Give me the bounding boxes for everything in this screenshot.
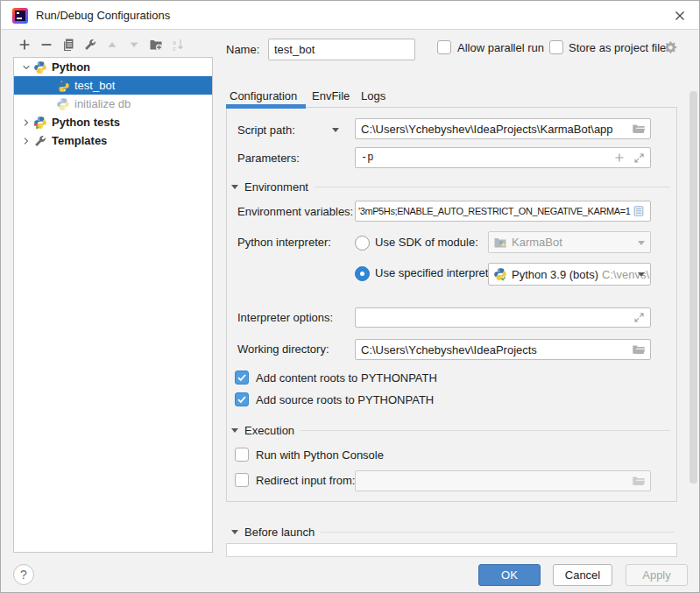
folder-browse-icon[interactable] xyxy=(632,122,646,136)
collapse-caret-icon xyxy=(231,185,238,189)
name-label: Name: xyxy=(226,39,259,60)
configurations-toolbar: a z xyxy=(13,35,188,54)
combo-caret-icon xyxy=(638,272,645,277)
expand-field-icon[interactable] xyxy=(632,151,646,165)
edit-templates-button[interactable] xyxy=(79,35,101,54)
chevron-right-icon[interactable] xyxy=(19,116,33,130)
store-as-project-checkbox[interactable] xyxy=(549,40,563,54)
create-folder-button[interactable] xyxy=(145,35,166,54)
tree-item-label: Python tests xyxy=(52,116,120,129)
redirect-input-label[interactable]: Redirect input from: xyxy=(256,473,355,488)
script-path-dropdown-caret[interactable] xyxy=(332,128,339,132)
redirect-input-field xyxy=(355,470,651,491)
expand-field-icon[interactable] xyxy=(632,311,646,325)
script-path-label: Script path: xyxy=(237,120,295,141)
python-interpreter-label: Python interpreter: xyxy=(237,232,331,253)
add-content-roots-checkbox[interactable] xyxy=(235,371,249,385)
cancel-button[interactable]: Cancel xyxy=(553,564,612,586)
sdk-module-combo: KarmaBot xyxy=(488,231,651,253)
titlebar: Run/Debug Configurations xyxy=(1,1,699,30)
interpreter-combo[interactable]: Python 3.9 (bots) C:\venvs\b xyxy=(488,263,651,286)
tree-item-label: test_bot xyxy=(74,79,115,92)
redirect-input-checkbox[interactable] xyxy=(235,473,249,487)
add-source-roots-checkbox[interactable] xyxy=(235,392,249,406)
add-macro-icon[interactable] xyxy=(612,151,626,165)
interpreter-options-label: Interpreter options: xyxy=(237,307,333,328)
configurations-tree: Python test_bot initialize db Python tes… xyxy=(13,57,213,553)
tree-item-test-bot[interactable]: test_bot xyxy=(14,76,212,95)
working-directory-input[interactable] xyxy=(355,339,651,360)
sort-az-icon: a z xyxy=(171,38,185,52)
window-title: Run/Debug Configurations xyxy=(36,1,170,30)
remove-configuration-button[interactable] xyxy=(35,35,57,54)
collapse-caret-icon xyxy=(231,428,238,433)
script-path-input[interactable] xyxy=(355,118,651,139)
use-specified-radio[interactable] xyxy=(355,266,370,281)
environment-variables-label: Environment variables: xyxy=(237,201,353,222)
add-configuration-button[interactable] xyxy=(13,35,35,54)
minus-icon xyxy=(39,38,53,52)
close-icon xyxy=(674,10,686,22)
tab-envfile[interactable]: EnvFile xyxy=(312,87,350,106)
use-specified-label[interactable]: Use specified interpreter: xyxy=(375,263,502,284)
name-input[interactable] xyxy=(268,39,415,60)
run-with-console-checkbox[interactable] xyxy=(235,448,249,462)
ok-button[interactable]: OK xyxy=(478,564,541,586)
interpreter-options-input[interactable] xyxy=(355,307,651,328)
python-icon xyxy=(56,79,70,93)
allow-parallel-checkbox[interactable] xyxy=(437,40,451,54)
interpreter-name: Python 3.9 (bots) xyxy=(512,268,598,281)
python-venv-icon xyxy=(493,267,507,281)
combo-caret-icon xyxy=(638,241,645,245)
new-folder-icon xyxy=(149,38,163,52)
folder-browse-icon[interactable] xyxy=(632,342,646,357)
use-sdk-label[interactable]: Use SDK of module: xyxy=(375,232,478,253)
use-sdk-radio[interactable] xyxy=(355,236,370,251)
svg-text:z: z xyxy=(173,46,176,52)
close-button[interactable] xyxy=(671,7,689,25)
environment-section-title: Environment xyxy=(244,180,308,194)
section-divider xyxy=(301,430,670,431)
tab-logs[interactable]: Logs xyxy=(361,87,385,106)
chevron-down-icon[interactable] xyxy=(19,60,33,74)
plus-icon xyxy=(18,38,32,52)
python-tests-icon xyxy=(33,116,47,130)
python-icon xyxy=(56,97,70,111)
vertical-scrollbar-thumb[interactable] xyxy=(689,91,697,484)
arrow-up-icon xyxy=(106,39,118,51)
folder-browse-icon xyxy=(632,474,646,488)
env-vars-editor-icon[interactable] xyxy=(632,204,646,218)
store-as-project-label[interactable]: Store as project file xyxy=(569,40,666,55)
intellij-logo-icon xyxy=(12,8,28,24)
tree-item-label: Python xyxy=(52,60,90,74)
tab-configuration[interactable]: Configuration xyxy=(230,87,297,106)
environment-section-toggle[interactable]: Environment xyxy=(231,179,670,194)
section-divider xyxy=(315,187,670,187)
before-launch-section-toggle[interactable]: Before launch xyxy=(231,524,674,540)
tree-item-templates[interactable]: Templates xyxy=(14,131,212,150)
move-down-button xyxy=(123,35,145,54)
execution-section-title: Execution xyxy=(244,424,294,437)
copy-configuration-button[interactable] xyxy=(57,35,79,54)
environment-variables-input[interactable] xyxy=(355,201,651,222)
working-directory-label: Working directory: xyxy=(237,339,329,360)
run-with-console-label[interactable]: Run with Python Console xyxy=(256,448,384,462)
copy-icon xyxy=(61,38,75,52)
tree-item-python[interactable]: Python xyxy=(14,58,212,76)
allow-parallel-label[interactable]: Allow parallel run xyxy=(457,40,544,55)
check-icon xyxy=(236,393,248,406)
settings-gear-icon[interactable] xyxy=(663,40,677,54)
apply-button: Apply xyxy=(626,564,688,586)
tree-item-initialize-db[interactable]: initialize db xyxy=(14,95,212,113)
help-button[interactable]: ? xyxy=(13,564,34,585)
add-source-roots-label[interactable]: Add source roots to PYTHONPATH xyxy=(256,392,434,407)
add-content-roots-label[interactable]: Add content roots to PYTHONPATH xyxy=(256,371,437,385)
tree-item-python-tests[interactable]: Python tests xyxy=(14,113,212,131)
chevron-right-icon[interactable] xyxy=(19,134,33,148)
execution-section-toggle[interactable]: Execution xyxy=(231,422,670,438)
module-icon xyxy=(493,236,507,250)
parameters-input[interactable] xyxy=(355,147,651,168)
sdk-module-value: KarmaBot xyxy=(512,236,562,249)
python-icon xyxy=(33,60,47,74)
before-launch-list[interactable] xyxy=(226,543,677,557)
